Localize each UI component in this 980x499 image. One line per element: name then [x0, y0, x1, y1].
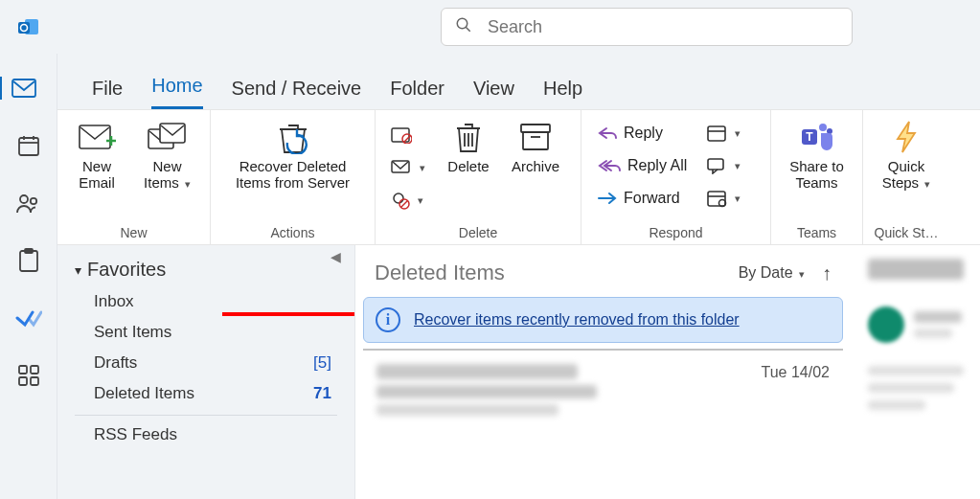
share-chat-button[interactable]: ▾	[700, 150, 746, 181]
group-delete-label: Delete	[385, 225, 571, 242]
folder-drafts[interactable]: Drafts[5]	[75, 348, 337, 378]
rail-todo-icon[interactable]	[11, 306, 46, 329]
svg-point-11	[30, 198, 35, 204]
tab-folder[interactable]: Folder	[390, 72, 444, 109]
rail-apps-icon[interactable]	[11, 364, 46, 387]
message-row[interactable]: Tue 14/02	[363, 349, 843, 433]
cleanup-button[interactable]: ▾	[385, 152, 431, 183]
recover-icon	[274, 120, 312, 154]
new-email-button[interactable]: New Email	[67, 116, 126, 195]
lightning-icon	[894, 120, 919, 154]
quick-steps-label: Quick Steps	[882, 158, 924, 191]
svg-rect-40	[708, 192, 725, 206]
favorites-header[interactable]: ▾ Favorites	[75, 255, 337, 286]
svg-rect-34	[523, 132, 548, 149]
folder-label: Deleted Items	[94, 384, 194, 403]
folder-label: RSS Feeds	[94, 425, 177, 444]
tab-send-receive[interactable]: Send / Receive	[232, 72, 362, 109]
folder-count: 71	[313, 384, 331, 403]
chevron-down-icon: ▾	[924, 178, 930, 190]
sort-label: By Date	[739, 264, 793, 281]
chevron-down-icon: ▾	[735, 160, 741, 172]
new-email-icon	[78, 120, 116, 154]
preview-body-line	[868, 366, 964, 375]
info-icon: i	[376, 307, 400, 332]
preview-subject	[868, 259, 964, 280]
recover-banner[interactable]: i Recover items recently removed from th…	[363, 297, 843, 343]
chevron-down-icon: ▾	[735, 193, 741, 205]
chevron-down-icon: ▾	[75, 262, 81, 278]
recover-label: Recover Deleted Items from Server	[225, 158, 361, 192]
preview-body-line	[868, 383, 954, 393]
share-teams-button[interactable]: T Share to Teams	[781, 116, 853, 195]
folder-rss[interactable]: RSS Feeds	[75, 420, 337, 450]
svg-rect-33	[521, 125, 550, 132]
preview-from	[914, 311, 962, 323]
rail-mail-icon[interactable]	[0, 77, 46, 100]
archive-button[interactable]: Archive	[506, 116, 565, 178]
folder-count: [5]	[313, 353, 331, 373]
meeting-button[interactable]: ▾	[700, 118, 746, 148]
folder-label: Sent Items	[94, 323, 171, 342]
tab-view[interactable]: View	[473, 72, 514, 109]
chevron-down-icon: ▾	[735, 127, 741, 140]
folder-sent[interactable]: Sent Items	[75, 317, 337, 348]
share-teams-label: Share to Teams	[785, 158, 849, 192]
junk-button[interactable]: ▾	[385, 185, 431, 215]
folder-pane: ◀ ▾ Favorites Inbox Sent Items Drafts[5]…	[57, 245, 354, 499]
svg-rect-15	[31, 366, 38, 374]
svg-rect-12	[20, 251, 37, 271]
rail-calendar-icon[interactable]	[11, 134, 46, 157]
svg-rect-5	[12, 79, 35, 97]
preview-pane	[851, 245, 980, 499]
new-items-button[interactable]: New Items ▾	[134, 116, 200, 195]
archive-label: Archive	[512, 158, 559, 174]
svg-line-4	[466, 27, 470, 32]
tab-file[interactable]: File	[92, 72, 123, 109]
search-box[interactable]	[441, 8, 853, 46]
folder-inbox[interactable]: Inbox	[75, 286, 337, 317]
rail-people-icon[interactable]	[11, 192, 46, 215]
delete-label: Delete	[447, 158, 489, 174]
chevron-down-icon: ▾	[185, 178, 191, 190]
new-items-label: New Items	[144, 158, 181, 191]
message-subject	[376, 385, 597, 398]
svg-rect-37	[708, 126, 725, 141]
sort-by-date[interactable]: By Date ▾	[739, 264, 805, 282]
svg-rect-39	[708, 159, 723, 170]
tab-help[interactable]: Help	[543, 72, 582, 109]
group-respond-label: Respond	[591, 225, 761, 242]
quick-steps-button[interactable]: Quick Steps ▾	[873, 116, 940, 195]
svg-rect-16	[19, 377, 27, 385]
search-input[interactable]	[486, 16, 838, 38]
delete-button[interactable]: Delete	[439, 116, 498, 178]
favorites-label: Favorites	[87, 259, 166, 281]
delete-icon	[454, 120, 483, 154]
reply-all-label: Reply All	[627, 157, 687, 174]
preview-body-line	[868, 400, 925, 410]
chevron-down-icon: ▾	[799, 268, 805, 280]
group-quick-label: Quick St…	[873, 225, 940, 242]
ignore-button[interactable]	[385, 120, 431, 150]
teams-icon: T	[800, 120, 834, 154]
folder-label: Drafts	[94, 353, 137, 373]
svg-point-27	[394, 193, 403, 203]
svg-point-10	[20, 195, 28, 203]
folder-deleted[interactable]: Deleted Items71	[75, 378, 337, 409]
message-date: Tue 14/02	[762, 364, 830, 381]
sort-direction-icon[interactable]: ↑	[822, 262, 832, 284]
outlook-logo	[0, 15, 57, 38]
svg-rect-6	[19, 138, 38, 155]
more-respond-button[interactable]: ▾	[700, 183, 746, 214]
collapse-pane-icon[interactable]: ◀	[330, 249, 341, 264]
group-new-label: New	[67, 225, 200, 242]
tab-home[interactable]: Home	[151, 69, 202, 109]
rail-tasks-icon[interactable]	[11, 249, 46, 272]
recover-link[interactable]: Recover items recently removed from this…	[414, 311, 740, 329]
forward-button[interactable]: Forward	[591, 183, 693, 214]
reply-all-button[interactable]: Reply All	[591, 150, 693, 181]
message-preview	[376, 404, 558, 416]
chevron-down-icon: ▾	[420, 162, 425, 174]
reply-button[interactable]: Reply	[591, 118, 693, 148]
recover-deleted-button[interactable]: Recover Deleted Items from Server	[221, 116, 365, 195]
